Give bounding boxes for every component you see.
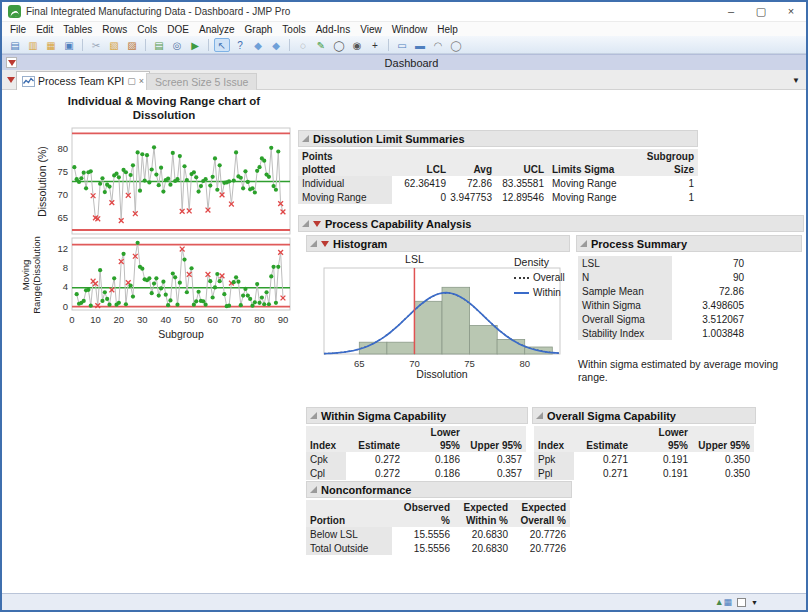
open-icon[interactable]: ▥	[25, 38, 41, 52]
column-header: Lower 95%	[632, 426, 692, 452]
column-header: LCL	[392, 149, 450, 176]
menu-rows[interactable]: Rows	[97, 24, 132, 35]
status-caret-icon[interactable]: ▼	[751, 599, 758, 606]
menu-tools[interactable]: Tools	[277, 24, 310, 35]
search-icon[interactable]: ◎	[169, 38, 185, 52]
brush-icon[interactable]: ✎	[313, 38, 329, 52]
column-header: Expected Within %	[454, 500, 512, 527]
menu-file[interactable]: File	[5, 24, 31, 35]
column-header: Avg	[450, 149, 496, 176]
red-triangle-menu-icon[interactable]	[321, 241, 329, 247]
table-cell: 1	[642, 190, 698, 204]
table-cell: 20.6830	[454, 527, 512, 541]
table-cell: 3.947753	[450, 190, 496, 204]
menu-edit[interactable]: Edit	[31, 24, 58, 35]
svg-text:8: 8	[63, 262, 68, 273]
column-header: Upper 95%	[464, 426, 526, 452]
overall-capability-band: Overall Sigma Capability	[532, 407, 756, 424]
forward-icon[interactable]: ◆	[268, 38, 284, 52]
float-window-icon[interactable]: ▲	[715, 597, 724, 607]
column-header: Estimate	[574, 426, 632, 452]
svg-text:40: 40	[160, 314, 171, 325]
disclosure-icon[interactable]	[310, 240, 317, 247]
zoom-icon[interactable]: ◉	[349, 38, 365, 52]
disclosure-icon[interactable]	[536, 412, 543, 419]
maximize-button[interactable]: ▢	[746, 2, 776, 21]
table-cell: 20.6830	[454, 541, 512, 555]
tab-overflow-caret-icon[interactable]: ▼	[792, 76, 800, 85]
save-icon[interactable]: ▣	[61, 38, 77, 52]
disclosure-icon[interactable]	[302, 135, 309, 142]
capture-icon[interactable]: ▬	[412, 38, 428, 52]
individuals-chart[interactable]: 65707580	[46, 124, 294, 236]
status-icons: ▲▦	[715, 596, 732, 608]
table-cell: 0.186	[404, 466, 464, 480]
title-bar: Final Integrated Manufacturing Data - Da…	[2, 2, 806, 22]
annotate-icon[interactable]: ▭	[394, 38, 410, 52]
red-triangle-menu-icon[interactable]	[313, 221, 321, 227]
section-title: Process Summary	[591, 238, 687, 250]
magnifier-icon[interactable]: ◯	[331, 38, 347, 52]
tab-detach-icon[interactable]: ▢	[127, 76, 136, 86]
oval-shape-icon[interactable]: ◯	[448, 38, 464, 52]
close-button[interactable]: ×	[776, 2, 806, 21]
table-cell: 0.271	[574, 466, 632, 480]
crosshair-icon[interactable]: +	[367, 38, 383, 52]
table-cell: 3.512067	[672, 312, 748, 326]
status-bar: ▲▦ ▼	[2, 593, 806, 610]
help-icon[interactable]: ?	[232, 38, 248, 52]
minimize-button[interactable]: –	[716, 2, 746, 21]
moving-range-chart[interactable]: 048120102030405060708090	[46, 234, 294, 330]
tab-close-icon[interactable]: ×	[139, 76, 144, 86]
menu-window[interactable]: Window	[387, 24, 433, 35]
table-cell: 20.7726	[512, 527, 570, 541]
toolbar: ▤▥▦▣✂▧▨▤◎▶↖?◆◆◌✎◯◉+▭▬◠◯	[2, 36, 806, 54]
back-icon[interactable]: ◆	[250, 38, 266, 52]
open-folder-icon[interactable]: ▦	[43, 38, 59, 52]
svg-text:80: 80	[254, 314, 265, 325]
table-cell: Sample Mean	[578, 284, 672, 298]
lasso-icon[interactable]: ◌	[295, 38, 311, 52]
cloud-shape-icon[interactable]: ◠	[430, 38, 446, 52]
toolbar-separator	[82, 39, 83, 51]
dashboard-bar: Dashboard	[2, 54, 806, 70]
menu-help[interactable]: Help	[432, 24, 463, 35]
menu-bar: FileEditTablesRowsColsDOEAnalyzeGraphToo…	[2, 22, 806, 36]
paste-icon[interactable]: ▨	[124, 38, 140, 52]
disclosure-icon[interactable]	[580, 240, 587, 247]
tab-process-team-kpi[interactable]: Process Team KPI ▢ ×	[16, 71, 150, 90]
section-title: Overall Sigma Capability	[547, 410, 676, 422]
run-script-icon[interactable]: ▶	[187, 38, 203, 52]
menu-view[interactable]: View	[355, 24, 387, 35]
arrow-cursor-icon[interactable]: ↖	[214, 38, 230, 52]
cut-icon[interactable]: ✂	[88, 38, 104, 52]
svg-text:75: 75	[57, 166, 68, 177]
svg-text:65: 65	[57, 212, 68, 223]
tab-menu-red-triangle-icon[interactable]	[7, 77, 15, 83]
histogram-band: Histogram	[306, 235, 570, 252]
menu-graph[interactable]: Graph	[240, 24, 278, 35]
svg-text:70: 70	[231, 314, 242, 325]
status-checkbox[interactable]	[737, 598, 746, 607]
jmp-app-icon	[8, 5, 21, 18]
table-cell: Cpl	[306, 466, 346, 480]
menu-tables[interactable]: Tables	[58, 24, 97, 35]
dashboard-menu-button[interactable]	[6, 57, 17, 68]
copy-icon[interactable]: ▧	[106, 38, 122, 52]
tab-screen-size-5-issue[interactable]: Screen Size 5 Issue	[146, 73, 257, 90]
table-cell: N	[578, 270, 672, 284]
disclosure-icon[interactable]	[302, 220, 309, 227]
menu-add-ins[interactable]: Add-Ins	[311, 24, 355, 35]
nonconformance-table: PortionObserved %Expected Within %Expect…	[306, 500, 570, 555]
table-cell: 0.272	[346, 452, 404, 466]
disclosure-icon[interactable]	[310, 412, 317, 419]
column-header: Subgroup Size	[642, 149, 698, 176]
column-header: Estimate	[346, 426, 404, 452]
menu-analyze[interactable]: Analyze	[194, 24, 240, 35]
data-table-icon[interactable]: ▦	[724, 597, 733, 607]
menu-doe[interactable]: DOE	[162, 24, 194, 35]
journal-icon[interactable]: ▤	[151, 38, 167, 52]
disclosure-icon[interactable]	[310, 486, 317, 493]
menu-cols[interactable]: Cols	[132, 24, 162, 35]
new-data-table-icon[interactable]: ▤	[7, 38, 23, 52]
